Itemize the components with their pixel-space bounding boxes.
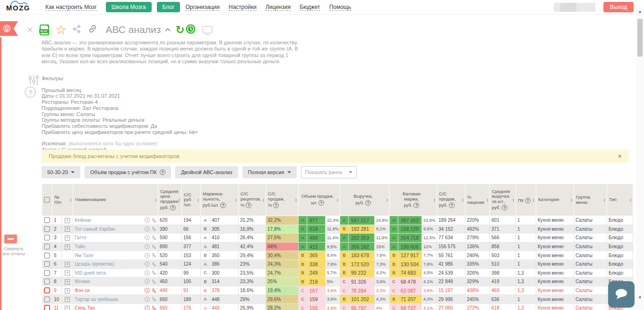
- col-header-cost-per-unit[interactable]: С/С руб. /шт.↕: [182, 184, 201, 216]
- row-checkbox[interactable]: [44, 296, 50, 302]
- logout-button[interactable]: Выход: [603, 2, 634, 12]
- hierarchy-icon[interactable]: [152, 218, 156, 223]
- chevron-up-icon[interactable]: [165, 28, 171, 33]
- schedule-clock-icon[interactable]: [186, 24, 196, 36]
- report-ribbon-tab[interactable]: [0, 21, 18, 36]
- col-header-sales-volume[interactable]: Объем продаж, шт. ?↕: [299, 184, 340, 216]
- alert-close-icon[interactable]: ×: [618, 152, 622, 160]
- share-icon[interactable]: [72, 25, 81, 35]
- expand-row-icon[interactable]: +: [65, 226, 70, 232]
- sort-icon[interactable]: ↕: [462, 197, 464, 202]
- collapse-all-reports-button[interactable]: [4, 235, 17, 243]
- nav-link-license[interactable]: Лицензия: [266, 4, 291, 11]
- col-header-type[interactable]: Тип↕: [607, 184, 633, 216]
- col-header-select-all[interactable]: [42, 184, 52, 216]
- chat-widget-button[interactable]: [608, 281, 635, 308]
- sort-icon[interactable]: ↕: [295, 197, 297, 202]
- sort-icon[interactable]: ↕: [235, 197, 237, 202]
- hierarchy-icon[interactable]: [152, 270, 156, 275]
- hierarchy-icon[interactable]: [152, 235, 156, 240]
- hierarchy-icon[interactable]: [152, 297, 156, 302]
- nav-link-organizations[interactable]: Организации: [185, 4, 220, 11]
- sort-icon[interactable]: ↕: [386, 197, 388, 202]
- col-header-pk[interactable]: ПК ?↕: [516, 184, 536, 216]
- row-checkbox[interactable]: [44, 261, 50, 267]
- sort-icon[interactable]: ↕: [603, 197, 606, 202]
- expand-row-icon[interactable]: +: [65, 218, 70, 223]
- col-header-category[interactable]: Категория↕: [536, 184, 574, 216]
- info-icon[interactable]: i: [145, 305, 150, 310]
- hierarchy-icon[interactable]: [152, 226, 156, 231]
- dish-name-link[interactable]: Гатто: [75, 235, 143, 240]
- col-header-markup-pct[interactable]: % наценки↕: [465, 184, 490, 216]
- sort-icon[interactable]: ↕: [69, 197, 72, 202]
- expand-row-icon[interactable]: +: [65, 297, 70, 302]
- filters-help-icon[interactable]: ?: [25, 86, 36, 98]
- col-header-gross-margin[interactable]: Валовая маржа, руб. ?↕: [390, 184, 437, 216]
- hierarchy-icon[interactable]: [152, 262, 156, 267]
- close-report-icon[interactable]: ×: [27, 25, 33, 34]
- sort-icon[interactable]: ↕: [486, 197, 489, 202]
- info-icon[interactable]: i: [145, 297, 150, 302]
- refresh-icon[interactable]: ↻: [175, 25, 184, 35]
- volume-with-pk-button[interactable]: Объём продаж с учётом ПК?: [85, 166, 171, 178]
- row-checkbox[interactable]: [44, 217, 50, 223]
- sort-icon[interactable]: ↕: [178, 197, 180, 202]
- double-abc-button[interactable]: Двойной АВС-анализ: [175, 166, 238, 178]
- expand-row-icon[interactable]: +: [65, 244, 70, 250]
- mozg-logo[interactable]: MOZG: [6, 0, 32, 15]
- hierarchy-icon[interactable]: [152, 279, 156, 284]
- expand-row-icon[interactable]: +: [65, 262, 70, 267]
- dish-name-link[interactable]: Тот самый Харбин: [75, 226, 143, 232]
- export-xlsx-icon[interactable]: XLSX: [40, 25, 49, 35]
- col-header-num[interactable]: № П/п↕: [52, 184, 73, 216]
- expand-row-icon[interactable]: +: [65, 270, 70, 276]
- dish-name-link[interactable]: 500 дней лета: [75, 270, 143, 276]
- nav-link-budget[interactable]: Бюджет: [300, 4, 320, 11]
- col-header-cc-sales-pct[interactable]: С/С продаж, % ?↕: [266, 184, 299, 216]
- info-icon[interactable]: i: [145, 244, 150, 249]
- sort-icon[interactable]: ↕: [155, 197, 157, 202]
- info-icon[interactable]: i: [145, 279, 150, 284]
- info-icon[interactable]: i: [145, 270, 150, 276]
- scrollbar-thumb[interactable]: [637, 19, 643, 57]
- sort-icon[interactable]: ↕: [197, 197, 199, 202]
- col-header-cc-recipes[interactable]: С/С рецептов, % ?↕: [239, 184, 266, 216]
- sort-icon[interactable]: ↕: [532, 197, 535, 202]
- help-icon[interactable]: ?: [220, 202, 226, 208]
- info-icon[interactable]: i: [145, 288, 150, 293]
- help-icon[interactable]: ?: [502, 205, 507, 210]
- col-header-name[interactable]: Наименование↕: [73, 184, 158, 216]
- help-icon[interactable]: ?: [413, 202, 419, 208]
- dish-name-link[interactable]: Тартар из гребешка: [75, 297, 143, 302]
- hierarchy-icon[interactable]: [152, 244, 156, 249]
- permalink-icon[interactable]: [87, 24, 98, 35]
- show-ranks-select[interactable]: Показать ранги: [301, 166, 357, 178]
- nav-button-school[interactable]: Школа Мозга: [106, 2, 152, 12]
- col-header-margin[interactable]: Маржина- льность, руб./шт. ?↕: [201, 184, 239, 216]
- hierarchy-icon[interactable]: [152, 306, 156, 310]
- help-icon[interactable]: ?: [449, 202, 455, 208]
- dish-name-link[interactable]: Кейкам: [75, 218, 143, 223]
- favorite-star-icon[interactable]: ☆: [55, 24, 67, 35]
- sort-icon[interactable]: ↕: [262, 197, 265, 202]
- info-icon[interactable]: i: [145, 261, 150, 267]
- hierarchy-icon[interactable]: [152, 288, 156, 293]
- full-version-dropdown-button[interactable]: Полная версия: [242, 166, 297, 178]
- vertical-scrollbar[interactable]: ▲ ▼: [636, 8, 644, 310]
- sort-icon[interactable]: ↕: [512, 197, 515, 202]
- expand-row-icon[interactable]: +: [65, 279, 70, 285]
- preset-dropdown-button[interactable]: 50-30-20: [42, 166, 80, 178]
- help-icon[interactable]: ?: [273, 202, 279, 208]
- nav-link-setup[interactable]: Как настроить Мозг: [45, 4, 97, 11]
- dish-name-link[interactable]: Мояма: [75, 279, 143, 284]
- sort-icon[interactable]: ↕: [629, 197, 632, 202]
- dish-name-link[interactable]: Фэн си: [75, 288, 143, 293]
- row-checkbox[interactable]: [44, 270, 50, 276]
- row-checkbox[interactable]: [44, 252, 50, 259]
- sort-icon[interactable]: ↕: [336, 197, 339, 202]
- dish-name-link[interactable]: Ям Тале: [75, 253, 143, 258]
- dish-name-link[interactable]: Тайо: [75, 244, 143, 249]
- dish-name-link[interactable]: Сянь Тао: [75, 305, 143, 310]
- row-checkbox[interactable]: [44, 235, 50, 241]
